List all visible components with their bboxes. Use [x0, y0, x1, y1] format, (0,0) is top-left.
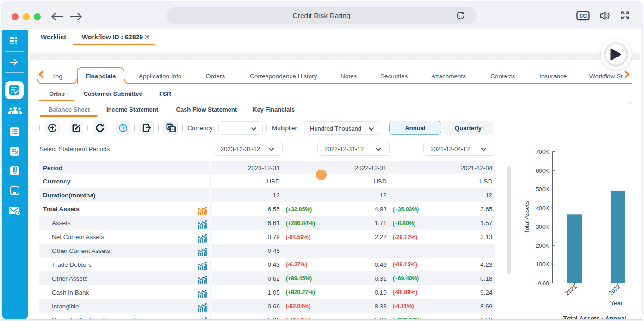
svg-text:600K: 600K [536, 168, 550, 174]
svg-text:100K: 100K [536, 261, 550, 268]
svg-text:300K: 300K [536, 224, 550, 230]
svg-text:2021: 2021 [564, 283, 578, 297]
svg-text:200K: 200K [536, 243, 550, 249]
svg-text:CC: CC [580, 13, 587, 19]
svg-text:700K: 700K [536, 149, 550, 155]
svg-text:2022: 2022 [607, 283, 621, 297]
svg-text:Total Assets: Total Assets [523, 201, 530, 233]
svg-text:400K: 400K [536, 205, 550, 212]
svg-text:Year: Year [610, 300, 623, 307]
svg-text:500K: 500K [536, 186, 550, 193]
svg-text:0.00: 0.00 [538, 280, 549, 287]
